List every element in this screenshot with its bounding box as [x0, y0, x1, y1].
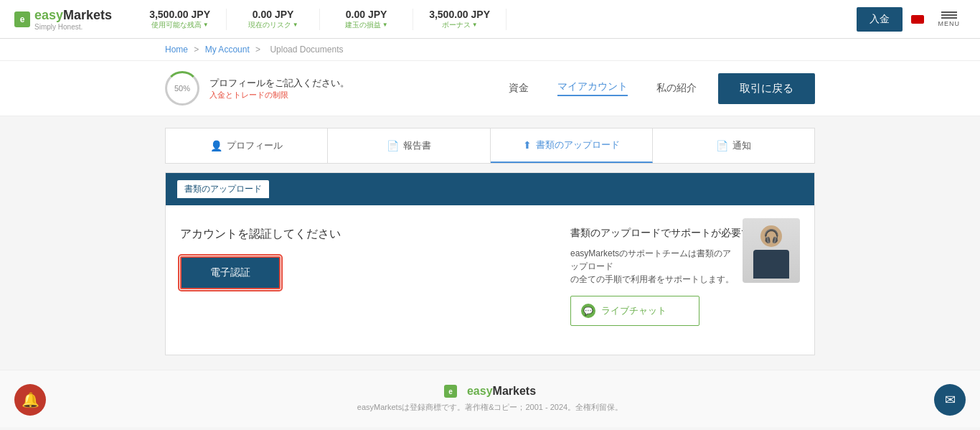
menu-bar-2: [941, 14, 957, 16]
reports-tab-icon: 📄: [387, 140, 399, 151]
stat-label-bonus: ボーナス▼: [442, 20, 478, 30]
profile-tab-icon: 👤: [210, 140, 222, 151]
tab-upload-documents[interactable]: ⬆ 書類のアップロード: [491, 128, 653, 163]
breadcrumb-my-account[interactable]: My Account: [205, 45, 250, 55]
tab-profile-label: プロフィール: [227, 139, 283, 152]
right-content-inner: easyMarketsのサポートチームは書類のアップロード の全ての手順で利用者…: [570, 247, 800, 333]
content-header-tab: 書類のアップロード: [177, 180, 269, 198]
logo: e easyMarkets Simply Honest.: [14, 8, 112, 31]
support-person-image: 🎧: [743, 218, 800, 283]
content-area: 書類のアップロード アカウントを認証してください 電子認証 書類のアップロードで…: [165, 172, 815, 355]
chat-label: ライブチャット: [601, 304, 666, 317]
left-section: アカウントを認証してください 電子認証: [180, 227, 542, 333]
bell-icon: 🔔: [22, 391, 39, 408]
verify-heading: アカウントを認証してください: [180, 227, 542, 242]
menu-bar-3: [941, 17, 957, 19]
tab-reports[interactable]: 📄 報告書: [328, 128, 490, 163]
footer-copyright: easyMarketsは登録商標です。著作権&コピー；2001 - 2024。全…: [14, 402, 966, 413]
profile-prompt: プロフィールをご記入ください。: [209, 77, 509, 90]
headset-icon: 🎧: [763, 228, 779, 244]
profile-text: プロフィールをご記入ください。 入金とトレードの制限: [209, 77, 509, 101]
logo-easy: easy: [34, 8, 63, 22]
menu-label: MENU: [938, 20, 961, 27]
logo-markets: Markets: [63, 8, 112, 22]
progress-label: 50%: [174, 84, 190, 93]
profile-sub: 入金とトレードの制限: [209, 90, 509, 101]
content-header: 書類のアップロード: [166, 173, 814, 205]
back-to-trading-button[interactable]: 取引に戻る: [718, 73, 815, 104]
footer-logo: e easyMarkets: [14, 385, 966, 398]
stat-available-balance: 3,500.00 JPY 使用可能な残高▼: [133, 9, 227, 30]
header-actions: 入金 MENU: [857, 7, 966, 32]
nav-link-referral[interactable]: 私の紹介: [656, 82, 697, 95]
mail-icon: ✉: [945, 392, 956, 408]
breadcrumb-home[interactable]: Home: [165, 45, 188, 55]
menu-button[interactable]: MENU: [933, 9, 966, 30]
logo-brand: easyMarkets: [34, 8, 112, 23]
right-section: 書類のアップロードでサポートが必要ですか？ easyMarketsのサポートチー…: [570, 227, 800, 333]
chevron-down-icon: ▼: [293, 22, 298, 28]
stat-open-pnl: 0.00 JPY 建玉の損益▼: [320, 9, 413, 30]
profile-nav-links: 資金 マイアカウント 私の紹介: [509, 80, 697, 96]
logo-tagline: Simply Honest.: [34, 23, 112, 31]
tab-notifications-label: 通知: [732, 139, 751, 152]
right-text-area: easyMarketsのサポートチームは書類のアップロード の全ての手順で利用者…: [570, 247, 735, 333]
breadcrumb: Home > My Account > Upload Documents: [0, 39, 980, 61]
content-body: アカウントを認証してください 電子認証 書類のアップロードでサポートが必要ですか…: [166, 205, 814, 355]
notification-bell[interactable]: 🔔: [14, 384, 46, 416]
menu-bar-1: [941, 11, 957, 13]
upload-tab-icon: ⬆: [523, 139, 532, 151]
tab-profile[interactable]: 👤 プロフィール: [166, 128, 328, 163]
chat-icon: 💬: [581, 304, 595, 318]
notifications-tab-icon: 📄: [716, 140, 728, 151]
header-stats: 3,500.00 JPY 使用可能な残高▼ 0.00 JPY 現在のリスク▼ 0…: [133, 9, 856, 30]
footer-logo-icon: e: [444, 385, 457, 398]
electronic-verify-button[interactable]: 電子認証: [180, 256, 281, 289]
language-flag[interactable]: [911, 15, 924, 24]
logo-text: easyMarkets Simply Honest.: [34, 8, 112, 31]
stat-amount-available: 3,500.00 JPY: [149, 9, 210, 20]
support-line-2: の全ての手順で利用者をサポートします。: [570, 274, 734, 284]
breadcrumb-current: Upload Documents: [270, 45, 343, 55]
tabs-bar: 👤 プロフィール 📄 報告書 ⬆ 書類のアップロード 📄 通知: [165, 128, 815, 164]
support-image: 🎧: [743, 218, 800, 333]
support-text: easyMarketsのサポートチームは書類のアップロード の全ての手順で利用者…: [570, 247, 735, 286]
stat-amount-risk: 0.00 JPY: [253, 9, 294, 20]
logo-icon: e: [14, 11, 30, 27]
nav-link-funds[interactable]: 資金: [509, 82, 529, 95]
stat-label-available: 使用可能な残高▼: [151, 20, 209, 30]
breadcrumb-sep-2: >: [255, 45, 263, 55]
chevron-down-icon: ▼: [382, 22, 388, 28]
live-chat-button[interactable]: 💬 ライブチャット: [570, 296, 699, 326]
profile-bar: 50% プロフィールをご記入ください。 入金とトレードの制限 資金 マイアカウン…: [0, 61, 980, 116]
footer-brand: easyMarkets: [467, 385, 536, 398]
deposit-button[interactable]: 入金: [857, 7, 903, 32]
stat-current-risk: 0.00 JPY 現在のリスク▼: [227, 9, 320, 30]
footer: e easyMarkets easyMarketsは登録商標です。著作権&コピー…: [0, 370, 980, 427]
header: e easyMarkets Simply Honest. 3,500.00 JP…: [0, 0, 980, 39]
chevron-down-icon: ▼: [472, 22, 478, 28]
stat-label-pnl: 建玉の損益▼: [345, 20, 388, 30]
stat-amount-pnl: 0.00 JPY: [346, 9, 387, 20]
breadcrumb-sep-1: >: [194, 45, 201, 55]
stat-label-risk: 現在のリスク▼: [248, 20, 298, 30]
tab-upload-label: 書類のアップロード: [536, 139, 620, 151]
profile-progress-circle: 50%: [165, 71, 199, 106]
chevron-down-icon: ▼: [203, 22, 209, 28]
nav-link-my-account[interactable]: マイアカウント: [557, 80, 628, 96]
stat-amount-bonus: 3,500.00 JPY: [429, 9, 490, 20]
tab-notifications[interactable]: 📄 通知: [653, 128, 814, 163]
tab-reports-label: 報告書: [403, 139, 431, 152]
support-line-1: easyMarketsのサポートチームは書類のアップロード: [570, 248, 731, 271]
person-body: [753, 250, 789, 279]
stat-bonus: 3,500.00 JPY ボーナス▼: [413, 9, 507, 30]
mail-button[interactable]: ✉: [934, 384, 966, 416]
